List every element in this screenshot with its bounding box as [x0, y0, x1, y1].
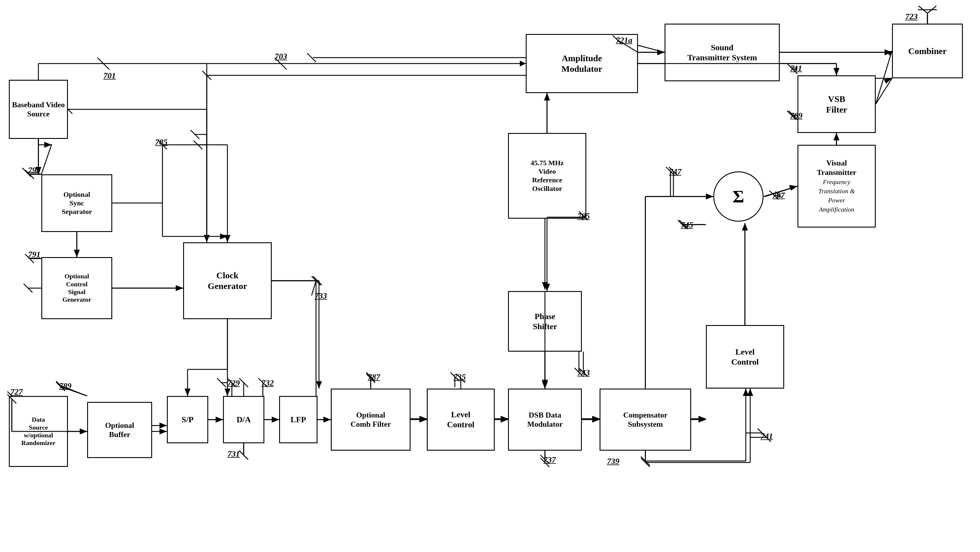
label-721a: 721a — [616, 35, 632, 45]
label-787: 787 — [368, 372, 380, 382]
sound-transmitter-system-block: SoundTransmitter System — [665, 24, 780, 81]
svg-marker-123 — [220, 233, 228, 239]
svg-marker-169 — [323, 416, 331, 423]
svg-marker-104 — [834, 133, 839, 140]
lfp-block: LFP — [279, 396, 318, 443]
svg-marker-145 — [176, 285, 183, 291]
svg-marker-93 — [886, 51, 892, 56]
label-743: 743 — [578, 368, 590, 377]
da-block: D/A — [223, 396, 264, 443]
label-733: 733 — [315, 291, 327, 300]
svg-marker-191 — [698, 416, 706, 423]
svg-line-133 — [97, 57, 109, 69]
svg-marker-187 — [747, 389, 753, 396]
svg-marker-206 — [544, 284, 550, 291]
svg-marker-163 — [272, 416, 279, 423]
label-723: 723 — [905, 12, 918, 21]
svg-line-92 — [876, 51, 892, 104]
svg-marker-88 — [544, 93, 550, 101]
svg-marker-161 — [216, 416, 223, 423]
label-789: 789 — [59, 381, 72, 391]
svg-line-149 — [191, 130, 199, 139]
sigma-block: Σ — [713, 171, 764, 222]
svg-marker-159 — [316, 381, 322, 389]
label-732: 732 — [261, 378, 274, 388]
svg-marker-240 — [159, 429, 167, 434]
svg-marker-245 — [542, 381, 548, 389]
svg-marker-65 — [743, 389, 749, 396]
optional-comb-filter-block: OptionalComb Filter — [331, 389, 410, 451]
baseband-video-source-block: Baseband Video Source — [9, 80, 68, 139]
svg-line-125 — [312, 276, 320, 285]
data-source-block: DataSourcew/optionalRandomizer — [9, 396, 68, 467]
label-703: 703 — [275, 52, 287, 61]
svg-marker-52 — [419, 416, 427, 422]
svg-marker-234 — [80, 429, 87, 434]
svg-marker-227 — [884, 78, 892, 84]
optional-buffer-block: OptionalBuffer — [87, 402, 152, 458]
svg-marker-76 — [706, 193, 713, 199]
svg-marker-220 — [834, 68, 839, 75]
sp-block: S/P — [167, 396, 208, 443]
svg-marker-153 — [224, 389, 231, 396]
label-701: 701 — [103, 71, 116, 80]
antenna-icon — [916, 5, 939, 24]
svg-marker-193 — [742, 223, 748, 230]
svg-marker-14 — [44, 142, 52, 148]
svg-marker-217 — [885, 49, 892, 55]
svg-marker-84 — [542, 282, 548, 290]
combiner-block: Combiner — [892, 24, 963, 78]
svg-marker-151 — [204, 235, 210, 242]
level-control-right-block: LevelControl — [706, 325, 784, 389]
svg-marker-17 — [74, 250, 80, 257]
svg-line-165 — [239, 378, 248, 387]
svg-line-8 — [307, 53, 316, 62]
video-ref-oscillator-block: 45.75 MHzVideoReferenceOscillator — [508, 133, 586, 219]
label-735: 735 — [453, 372, 466, 382]
label-711: 711 — [790, 64, 802, 73]
svg-line-157 — [313, 276, 322, 285]
svg-marker-58 — [592, 416, 600, 422]
svg-line-42 — [239, 451, 248, 459]
svg-marker-40 — [216, 416, 223, 423]
svg-line-226 — [876, 78, 892, 104]
label-793: 793 — [28, 166, 40, 175]
visual-transmitter-block: VisualTransmitterFrequencyTranslation &P… — [797, 145, 876, 228]
svg-line-26 — [194, 140, 202, 149]
level-control-lower-block: LevelControl — [427, 389, 495, 451]
label-731: 731 — [228, 449, 240, 459]
svg-marker-44 — [272, 416, 279, 423]
label-737: 737 — [544, 455, 556, 464]
svg-marker-95 — [885, 49, 892, 55]
svg-marker-56 — [501, 416, 508, 422]
svg-marker-29 — [224, 235, 231, 242]
label-785: 785 — [155, 137, 167, 147]
svg-line-5 — [202, 71, 211, 80]
svg-marker-211 — [544, 93, 550, 101]
svg-line-62 — [641, 456, 650, 466]
svg-marker-198 — [706, 193, 713, 199]
diagram: Baseband Video Source OptionalSyncSepara… — [0, 0, 980, 552]
svg-marker-222 — [834, 133, 839, 140]
svg-marker-100 — [789, 185, 797, 191]
svg-marker-71 — [742, 223, 748, 230]
svg-marker-23 — [176, 285, 183, 291]
svg-marker-110 — [80, 429, 87, 434]
svg-marker-115 — [159, 423, 167, 429]
svg-marker-173 — [419, 416, 427, 423]
svg-line-155 — [217, 378, 226, 387]
svg-line-167 — [239, 451, 248, 459]
svg-marker-224 — [789, 185, 797, 190]
svg-marker-202 — [542, 381, 548, 389]
label-739: 739 — [607, 456, 619, 466]
svg-marker-135 — [520, 61, 526, 67]
label-707: 707 — [772, 191, 785, 200]
svg-marker-213 — [657, 49, 665, 55]
label-709: 709 — [790, 111, 802, 120]
phase-shifter-block: PhaseShifter — [508, 291, 582, 352]
label-791: 791 — [28, 250, 40, 259]
svg-line-15 — [41, 144, 52, 174]
svg-marker-141 — [74, 250, 80, 257]
label-747: 747 — [669, 167, 681, 176]
svg-line-143 — [24, 284, 32, 292]
